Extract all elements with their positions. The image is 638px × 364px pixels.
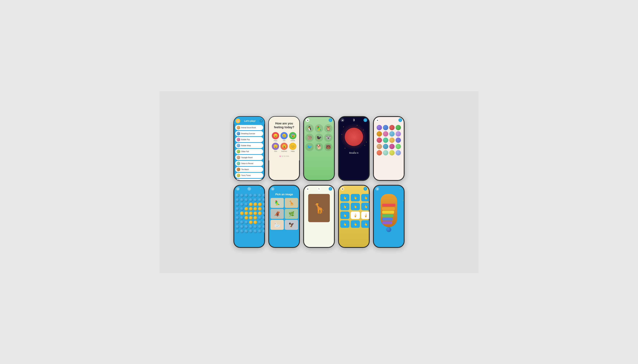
back-button[interactable]: ◀ — [375, 118, 379, 122]
wrap-bubble[interactable] — [254, 225, 257, 228]
wrap-bubble[interactable] — [263, 212, 265, 215]
emotion-scared[interactable]: 😰 Scared — [289, 132, 296, 141]
wrap-bubble[interactable] — [240, 198, 244, 202]
menu-item-bubblepop[interactable]: Bubble Pop — [235, 137, 263, 142]
wrap-bubble[interactable] — [254, 194, 257, 197]
tired-face[interactable]: 😴 — [272, 143, 279, 150]
wrap-bubble[interactable] — [249, 225, 253, 228]
wrap-bubble[interactable] — [240, 207, 244, 211]
surprised-face[interactable]: 😮 — [280, 143, 288, 150]
animal-cockatoo[interactable]: 🦜 — [315, 124, 323, 132]
wrap-bubble[interactable] — [263, 230, 265, 233]
xyl-key-purple[interactable] — [382, 221, 392, 224]
bubble[interactable] — [389, 131, 395, 136]
tile-11[interactable]: 👆 — [351, 220, 360, 228]
tile-icecream-1[interactable]: 🍦 — [351, 212, 360, 219]
menu-item-glitter[interactable]: Glitter Fall — [235, 149, 263, 154]
wrap-bubble[interactable] — [240, 202, 244, 206]
bubble[interactable] — [377, 144, 382, 149]
back-button[interactable]: ◀ — [306, 118, 309, 122]
help-button[interactable]: ? — [363, 187, 367, 191]
wrap-bubble[interactable] — [236, 220, 239, 224]
bubble[interactable] — [383, 138, 388, 143]
wrap-bubble[interactable] — [249, 198, 253, 202]
animal-raven[interactable]: 🐦‍⬛ — [315, 134, 323, 142]
wrap-bubble[interactable] — [258, 220, 262, 224]
help-button[interactable]: ? — [398, 118, 402, 122]
bubble[interactable] — [396, 131, 401, 136]
wrap-bubble-yellow[interactable] — [249, 216, 253, 220]
wrap-bubble-yellow[interactable] — [258, 212, 262, 215]
wrap-bubble[interactable] — [263, 216, 265, 220]
back-button[interactable]: ◀ — [236, 187, 240, 191]
wrap-bubble[interactable] — [258, 198, 262, 202]
wrap-bubble-yellow[interactable] — [254, 207, 257, 211]
wrap-bubble[interactable] — [258, 225, 262, 228]
wrap-bubble[interactable] — [236, 230, 239, 233]
swipe-card[interactable]: 🦒 — [308, 194, 330, 222]
phone-bubblewrap[interactable]: ◀ ↻ ? — [234, 185, 265, 248]
menu-item-windmill[interactable]: Windmill Spin — [235, 179, 263, 181]
wrap-bubble[interactable] — [240, 225, 244, 228]
wrap-bubble-yellow[interactable] — [249, 212, 253, 215]
wrap-bubble[interactable] — [245, 225, 248, 228]
animal-bear[interactable]: 🐻 — [324, 143, 332, 151]
tile-10[interactable]: 👆 — [340, 220, 349, 228]
image-option-4[interactable]: 🌿 — [285, 209, 298, 219]
phone-tilematch[interactable]: ◀ ? 👆 👆 👆 👆 👆 👆 👆 🍦 🍦 👆 👆 👆 — [338, 185, 370, 248]
tile-2[interactable]: 👆 — [351, 194, 360, 202]
image-option-2[interactable]: 🦒 — [285, 198, 298, 208]
image-option-6[interactable]: 🦅 — [285, 220, 298, 230]
wrap-bubble[interactable] — [236, 216, 239, 220]
wrap-bubble-yellow[interactable] — [249, 207, 253, 211]
animal-crow[interactable]: 🐦 — [305, 143, 314, 151]
menu-item-animal-sound[interactable]: Animal Sound Book — [235, 125, 263, 130]
refresh-button[interactable]: ↻ — [247, 187, 251, 191]
wrap-bubble[interactable] — [240, 220, 244, 224]
animal-owl[interactable]: 🦉 — [324, 124, 332, 132]
help-button[interactable]: ? — [329, 187, 332, 191]
image-option-1[interactable]: 🦜 — [271, 198, 284, 208]
help-button[interactable]: ? — [398, 187, 402, 191]
wrap-bubble[interactable] — [263, 198, 265, 202]
image-option-3[interactable]: 🦧 — [271, 209, 284, 219]
wrap-bubble[interactable] — [245, 220, 248, 224]
wrap-bubble-yellow[interactable] — [254, 212, 257, 215]
tile-12[interactable]: 👆 — [361, 220, 370, 228]
wrap-bubble[interactable] — [263, 225, 265, 228]
xyl-key-orange[interactable] — [382, 207, 395, 210]
menu-item-bubblewrap[interactable]: Bubble Wrap — [235, 143, 263, 148]
bubble[interactable] — [396, 144, 401, 149]
wrap-bubble-yellow[interactable] — [245, 212, 248, 215]
bubble[interactable] — [396, 150, 401, 156]
wrap-bubble[interactable] — [236, 225, 239, 228]
wrap-bubble-yellow[interactable] — [258, 207, 262, 211]
wrap-bubble[interactable] — [249, 194, 253, 197]
emotion-tired[interactable]: 😴 Tired — [272, 143, 279, 152]
back-button[interactable]: ◀ — [341, 187, 344, 191]
wrap-bubble-yellow[interactable] — [240, 212, 244, 215]
bubble[interactable] — [389, 138, 395, 143]
wrap-bubble[interactable] — [236, 202, 239, 206]
wrap-bubble[interactable] — [263, 194, 265, 197]
menu-item-squiggle[interactable]: Squiggle Board — [235, 155, 263, 160]
phone-toony[interactable]: ◀ ? ♪ — [373, 185, 404, 248]
wrap-bubble-yellow[interactable] — [245, 216, 248, 220]
phone-menu[interactable]: 🌸 Let's play! ? Animal Sound Book Breath… — [234, 116, 265, 181]
phone-animal-sound[interactable]: ◀ ? 🐧 🦜 🦉 🦥 🐦‍⬛ 🐨 🐦 🐕 🐻 — [303, 116, 335, 181]
refresh-button[interactable]: ↻ — [317, 187, 321, 191]
tile-1[interactable]: 👆 — [340, 194, 349, 202]
wrap-bubble-yellow[interactable] — [254, 202, 257, 206]
tile-5[interactable]: 👆 — [351, 203, 360, 210]
wrap-bubble[interactable] — [245, 194, 248, 197]
wrap-bubble[interactable] — [263, 220, 265, 224]
xyl-key-blue[interactable] — [382, 218, 393, 221]
emotion-happy[interactable]: 😊 Happy — [289, 143, 296, 152]
wrap-bubble[interactable] — [236, 198, 239, 202]
bubble[interactable] — [377, 125, 382, 130]
help-button[interactable]: ? — [294, 187, 297, 191]
emotion-sad[interactable]: 😢 Sad — [280, 132, 288, 141]
happy-face[interactable]: 😊 — [289, 143, 296, 150]
wrap-bubble[interactable] — [240, 194, 244, 197]
bubble[interactable] — [389, 150, 395, 156]
